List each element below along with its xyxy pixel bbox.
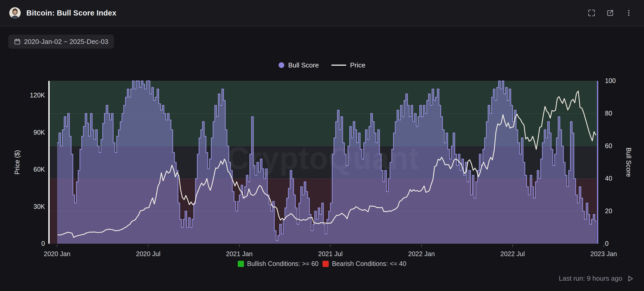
bullish-threshold-item: Bullish Conditions: >= 60: [238, 260, 319, 267]
play-icon: [626, 275, 634, 282]
last-run: Last run: 9 hours ago: [559, 274, 634, 282]
chart-widget: Bitcoin: Bull Score Index: [0, 0, 644, 291]
price-axis-tick: 60K: [0, 166, 45, 173]
bullish-threshold-label: Bullish Conditions: >= 60: [247, 260, 319, 267]
chart-area[interactable]: CryptoQuant Price ($) Bull Score 2020 Ja…: [0, 0, 644, 291]
bullish-marker: [238, 261, 244, 267]
score-axis-tick: 40: [605, 175, 612, 182]
x-axis-label: 2022 Jan: [408, 250, 435, 258]
x-axis-label: 2020 Jan: [44, 250, 71, 258]
score-axis-tick: 0: [605, 240, 609, 247]
bearish-threshold-item: Bearish Conditions: <= 40: [323, 260, 406, 267]
price-axis-tick: 120K: [0, 91, 45, 99]
price-axis-tick: 30K: [0, 203, 45, 210]
last-run-label: Last run: 9 hours ago: [559, 274, 622, 282]
x-axis-label: 2022 Jul: [500, 250, 525, 258]
threshold-legend: Bullish Conditions: >= 60 Bearish Condit…: [0, 260, 644, 267]
score-axis-title: Bull Score: [625, 148, 632, 177]
score-axis-tick: 80: [605, 110, 612, 117]
price-axis-tick: 90K: [0, 129, 45, 136]
bearish-threshold-label: Bearish Conditions: <= 40: [332, 260, 406, 267]
price-axis-line: [48, 81, 50, 244]
chart-canvas[interactable]: [0, 0, 644, 291]
x-axis-label: 2021 Jul: [318, 250, 343, 258]
score-axis-tick: 100: [605, 77, 616, 85]
run-button[interactable]: [626, 275, 634, 282]
price-axis-tick: 0: [0, 240, 45, 247]
score-axis-tick: 20: [605, 207, 612, 215]
bearish-marker: [323, 261, 329, 267]
x-axis-label: 2023 Jan: [591, 250, 617, 258]
score-axis-line: [597, 81, 598, 244]
score-axis-tick: 60: [605, 142, 612, 150]
x-axis-label: 2020 Jul: [136, 250, 160, 258]
x-axis-label: 2021 Jan: [226, 250, 253, 258]
